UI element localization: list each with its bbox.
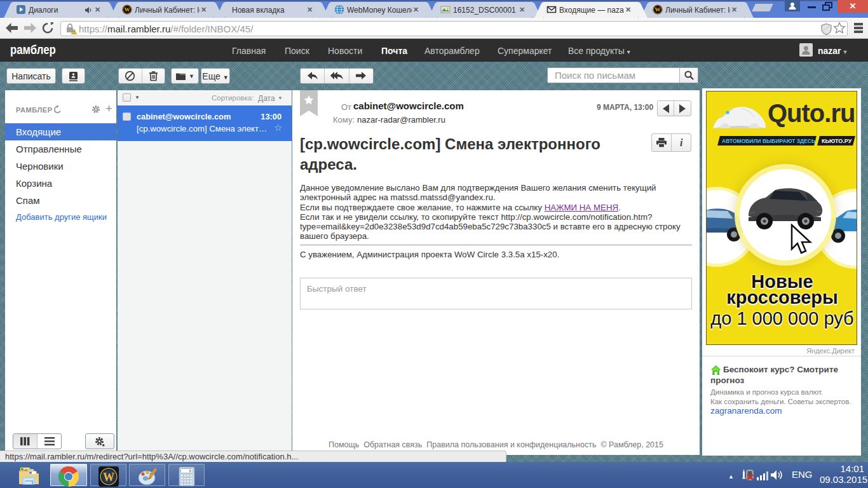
svg-text:W: W [103, 471, 114, 484]
svg-text:W: W [655, 6, 661, 13]
svg-text:W: W [125, 6, 130, 13]
